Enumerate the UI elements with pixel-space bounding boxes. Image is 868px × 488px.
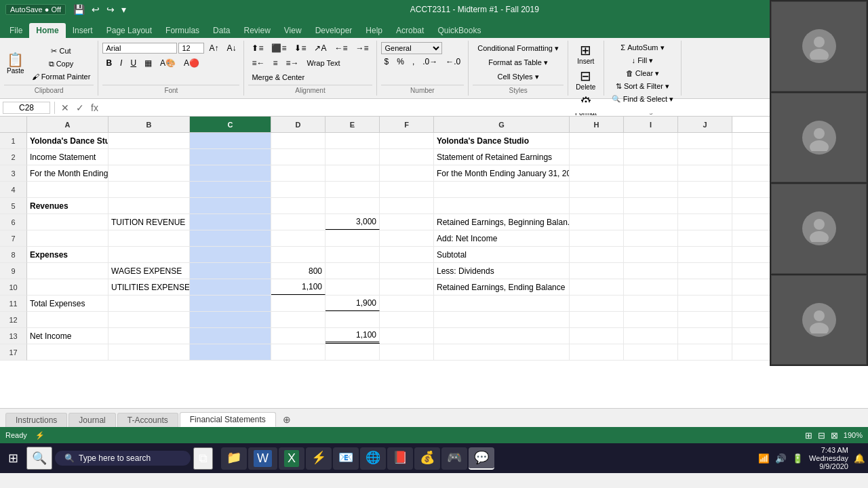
cell-H7[interactable]	[570, 230, 624, 246]
cell-A13[interactable]: Net Income	[27, 328, 108, 344]
cell-G2[interactable]: Statement of Retained Earnings	[434, 149, 570, 165]
cell-F3[interactable]	[380, 165, 434, 181]
cell-F17[interactable]	[380, 344, 434, 360]
bold-button[interactable]: B	[102, 57, 115, 69]
cell-C9[interactable]	[190, 263, 271, 279]
cell-A6[interactable]	[27, 214, 108, 230]
cell-G12[interactable]	[434, 312, 570, 327]
cell-styles-button[interactable]: Cell Styles ▾	[473, 70, 564, 83]
format-as-table-button[interactable]: Format as Table ▾	[473, 56, 564, 69]
cell-D13[interactable]	[271, 328, 326, 344]
taskbar-app-excel[interactable]: X	[279, 447, 304, 470]
battery-button[interactable]: 🔋	[792, 453, 804, 464]
cell-F10[interactable]	[380, 279, 434, 295]
cell-D17[interactable]	[271, 344, 326, 360]
format-painter-button[interactable]: 🖌 Format Painter	[28, 71, 94, 82]
cell-F2[interactable]	[380, 149, 434, 165]
cell-D5[interactable]	[271, 198, 326, 214]
cell-H10[interactable]	[570, 279, 624, 295]
cell-D4[interactable]	[271, 182, 326, 197]
cell-D3[interactable]	[271, 165, 326, 181]
cell-E8[interactable]	[326, 247, 380, 262]
tab-developer[interactable]: Developer	[309, 23, 359, 38]
cell-G6[interactable]: Retained Earnings, Beginning Balan...	[434, 214, 570, 230]
cell-A4[interactable]	[27, 182, 108, 197]
cell-C7[interactable]	[190, 230, 271, 246]
align-left-button[interactable]: ≡←	[248, 57, 268, 69]
col-header-F[interactable]: F	[380, 117, 434, 132]
cell-B13[interactable]	[108, 328, 190, 344]
cell-F5[interactable]	[380, 198, 434, 214]
cell-I8[interactable]	[624, 247, 678, 262]
cell-C17[interactable]	[190, 344, 271, 360]
cell-I2[interactable]	[624, 149, 678, 165]
orientation-button[interactable]: ↗A	[311, 42, 330, 54]
network-button[interactable]: 📶	[758, 453, 770, 464]
cell-G8[interactable]: Subtotal	[434, 247, 570, 262]
cell-C4[interactable]	[190, 182, 271, 197]
number-format-select[interactable]: General	[381, 42, 442, 54]
cell-C10[interactable]	[190, 279, 271, 295]
redo-button[interactable]: ↪	[104, 4, 117, 15]
cell-A11[interactable]: Total Expenses	[27, 296, 108, 311]
cell-I10[interactable]	[624, 279, 678, 295]
row-num-13[interactable]: 13	[0, 328, 27, 344]
cell-A17[interactable]	[27, 344, 108, 360]
row-num-1[interactable]: 1	[0, 133, 27, 149]
cell-I13[interactable]	[624, 328, 678, 344]
paste-button[interactable]: 📋 Paste	[4, 52, 27, 76]
cell-E1[interactable]	[326, 133, 380, 148]
delete-button[interactable]: ⊟ Delete	[572, 68, 599, 92]
cell-C3[interactable]	[190, 165, 271, 181]
cell-F4[interactable]	[380, 182, 434, 197]
currency-button[interactable]: $	[381, 56, 393, 68]
autosum-button[interactable]: Σ AutoSum ▾	[608, 42, 677, 54]
row-num-10[interactable]: 10	[0, 279, 27, 296]
cell-J12[interactable]	[678, 312, 732, 327]
cell-E7[interactable]	[326, 230, 380, 246]
cell-G11[interactable]	[434, 296, 570, 311]
cell-C2[interactable]	[190, 149, 271, 165]
fill-button[interactable]: ↓ Fill ▾	[608, 55, 677, 66]
taskbar-app-word[interactable]: W	[248, 447, 277, 470]
taskbar-app-game[interactable]: 🎮	[441, 447, 467, 470]
cell-J8[interactable]	[678, 247, 732, 262]
cell-E2[interactable]	[326, 149, 380, 165]
cell-G10[interactable]: Retained Earnings, Ending Balance	[434, 279, 570, 295]
cell-G5[interactable]	[434, 198, 570, 214]
cancel-formula-button[interactable]: ✕	[59, 102, 71, 113]
cell-H3[interactable]	[570, 165, 624, 181]
confirm-formula-button[interactable]: ✓	[74, 102, 86, 113]
cell-B9[interactable]: WAGES EXPENSE	[108, 263, 190, 279]
cell-J4[interactable]	[678, 182, 732, 197]
cell-J2[interactable]	[678, 149, 732, 165]
cell-G7[interactable]: Add: Net Income	[434, 230, 570, 246]
sheet-tab-journal[interactable]: Journal	[68, 413, 115, 427]
cell-B5[interactable]	[108, 198, 190, 214]
tab-home[interactable]: Home	[29, 23, 65, 38]
cell-B10[interactable]: UTILITIES EXPENSE	[108, 279, 190, 295]
taskbar-app-chrome[interactable]: 🌐	[360, 447, 386, 470]
indent-decrease-button[interactable]: ←≡	[331, 42, 351, 54]
cell-B7[interactable]	[108, 230, 190, 246]
cell-I9[interactable]	[624, 263, 678, 279]
cell-G3[interactable]: For the Month Ending January 31, 20...	[434, 165, 570, 181]
cell-F6[interactable]	[380, 214, 434, 230]
cell-E9[interactable]	[326, 263, 380, 279]
fill-color-button[interactable]: A🎨	[157, 57, 179, 69]
cell-E4[interactable]	[326, 182, 380, 197]
cell-G17[interactable]	[434, 344, 570, 360]
tab-acrobat[interactable]: Acrobat	[389, 23, 431, 38]
col-header-C[interactable]: C	[190, 117, 271, 132]
cell-I17[interactable]	[624, 344, 678, 360]
cell-F7[interactable]	[380, 230, 434, 246]
cell-J17[interactable]	[678, 344, 732, 360]
cell-J1[interactable]	[678, 133, 732, 148]
sort-filter-button[interactable]: ⇅ Sort & Filter ▾	[608, 81, 677, 92]
col-header-B[interactable]: B	[108, 117, 190, 132]
cell-J11[interactable]	[678, 296, 732, 311]
cell-B6[interactable]: TUITION REVENUE	[108, 214, 190, 230]
cell-E17[interactable]	[326, 344, 380, 360]
merge-center-button[interactable]: Merge & Center	[248, 72, 308, 83]
cell-I11[interactable]	[624, 296, 678, 311]
